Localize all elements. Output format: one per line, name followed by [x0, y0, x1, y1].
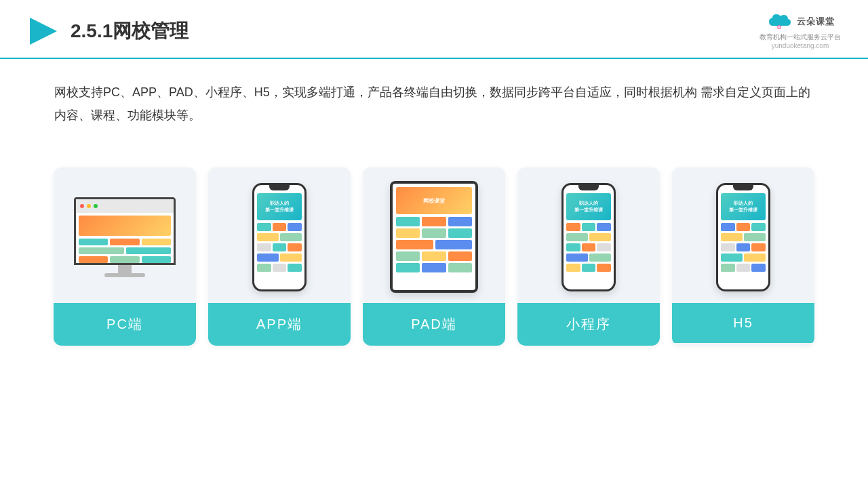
phone-mockup-app: 职达人的第一堂升维课 [252, 183, 307, 291]
logo-domain: yunduoketang.com [772, 42, 829, 49]
header-left: 2.5.1网校管理 [27, 15, 189, 47]
description-text: 网校支持PC、APP、PAD、小程序、H5，实现多端打通，产品各终端自由切换，数… [0, 59, 868, 140]
cards-section: PC端 职达人的第一堂升维课 [0, 147, 868, 366]
logo-cloud: 云朵课堂 [766, 12, 835, 31]
logo-area: 云朵课堂 教育机构一站式服务云平台 yunduoketang.com [760, 12, 841, 49]
pc-screen [74, 197, 176, 265]
cloud-icon [766, 12, 793, 31]
card-label-pad: PAD端 [363, 303, 505, 346]
card-label-h5: H5 [672, 303, 814, 343]
card-label-miniapp: 小程序 [517, 303, 660, 346]
card-label-pc: PC端 [54, 303, 196, 346]
card-app: 职达人的第一堂升维课 [208, 167, 351, 346]
card-label-app: APP端 [208, 303, 351, 346]
svg-marker-0 [30, 18, 57, 45]
card-image-pc [54, 167, 196, 303]
pc-mockup [74, 197, 176, 277]
tablet-mockup: 网校课堂 [390, 181, 478, 293]
card-h5: 职达人的第一堂升维课 [672, 167, 814, 346]
logo-text: 云朵课堂 [797, 16, 835, 28]
logo-subtitle: 教育机构一站式服务云平台 [760, 33, 841, 42]
card-pc: PC端 [54, 167, 196, 346]
card-image-miniapp: 职达人的第一堂升维课 [517, 167, 660, 303]
play-icon [27, 15, 60, 47]
phone-mockup-miniapp: 职达人的第一堂升维课 [561, 183, 616, 291]
phone-mockup-h5: 职达人的第一堂升维课 [716, 183, 770, 291]
card-image-app: 职达人的第一堂升维课 [208, 167, 351, 303]
card-image-h5: 职达人的第一堂升维课 [672, 167, 814, 303]
card-pad: 网校课堂 [363, 167, 505, 346]
page-title: 2.5.1网校管理 [71, 18, 189, 44]
card-miniapp: 职达人的第一堂升维课 [517, 167, 660, 346]
header: 2.5.1网校管理 云朵课堂 教育机构一站式服务云平台 yunduoketang… [0, 0, 868, 59]
card-image-pad: 网校课堂 [363, 167, 505, 303]
